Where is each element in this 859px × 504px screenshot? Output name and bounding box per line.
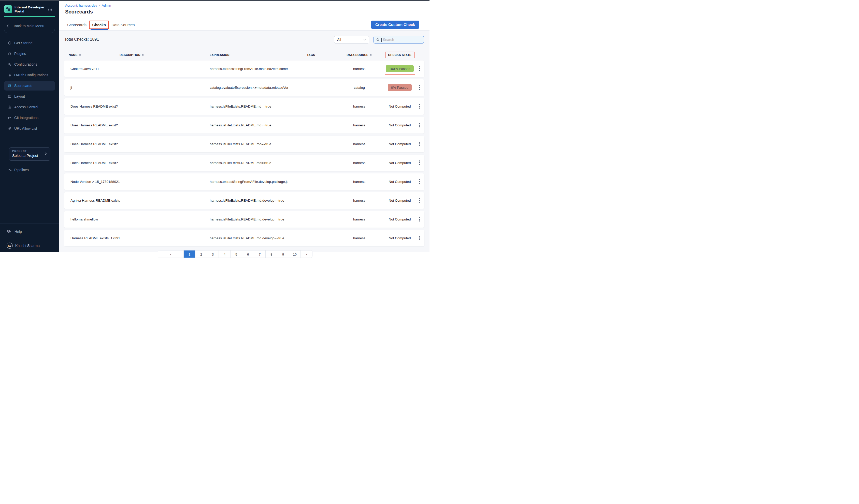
stats-badge: 0% Passed	[388, 84, 412, 91]
app-grid-icon[interactable]	[48, 7, 52, 12]
tab-scorecards[interactable]: Scorecards	[67, 21, 87, 29]
user-menu[interactable]: KS Khushi Sharma	[6, 243, 40, 249]
text-cursor	[381, 37, 382, 42]
pagination-page-4[interactable]: 4	[218, 250, 230, 252]
user-name: Khushi Sharma	[15, 244, 40, 248]
pagination: ‹12345678910›	[158, 250, 313, 252]
table-row[interactable]: Does Harness README exist? harness.isFil…	[64, 155, 424, 171]
table-row[interactable]: hellomarshmellow harness.isFileExists.RE…	[64, 211, 424, 228]
check-expression: catalog.evaluateExpression.<+metadata.re…	[206, 86, 288, 90]
check-expression: harness.isFileExists.README.md.develop==…	[206, 199, 288, 202]
sort-icon[interactable]	[370, 54, 372, 57]
table-row[interactable]: Harness README exists_173917... harness.…	[64, 230, 424, 246]
check-name: Does Harness README exist?	[64, 161, 120, 165]
pagination-page-6[interactable]: 6	[242, 250, 254, 252]
check-name: Does Harness README exist?	[64, 105, 120, 108]
pagination-next[interactable]: ›	[301, 250, 312, 252]
sidebar-item-access-control[interactable]: Access Control	[4, 102, 55, 112]
idp-logo-icon	[4, 5, 12, 13]
table-row[interactable]: Does Harness README exist? harness.isFil…	[64, 98, 424, 115]
sort-icon[interactable]	[142, 54, 144, 57]
search-input[interactable]	[383, 37, 419, 42]
url-icon	[7, 126, 12, 131]
check-expression: harness.extractStringFromAFile.develop.p…	[206, 180, 288, 184]
row-menu-button[interactable]	[418, 234, 422, 242]
check-data-source: harness	[334, 142, 385, 146]
filter-dropdown[interactable]: All	[334, 36, 369, 44]
check-name: Does Harness README exist?	[64, 123, 120, 127]
checks-table-body: Confirm Java v21+ harness.extractStringF…	[64, 61, 424, 249]
row-menu-button[interactable]	[418, 178, 422, 185]
project-label: PROJECT	[12, 150, 47, 153]
sidebar-item-git-integrations[interactable]: Git Integrations	[4, 112, 55, 123]
check-name: ji	[64, 86, 120, 90]
column-header-description[interactable]: DESCRIPTION	[120, 54, 206, 57]
sidebar-pipelines-section: Pipelines	[4, 165, 55, 175]
pagination-prev[interactable]: ‹	[158, 250, 183, 252]
pagination-page-5[interactable]: 5	[230, 250, 242, 252]
pagination-page-3[interactable]: 3	[207, 250, 218, 252]
pagination-page-2[interactable]: 2	[195, 250, 207, 252]
pipelines-icon	[7, 168, 12, 172]
row-menu-button[interactable]	[418, 103, 422, 110]
row-menu-button[interactable]	[418, 159, 422, 167]
check-expression: harness.isFileExists.README.md.develop==…	[206, 236, 288, 240]
row-menu-button[interactable]	[418, 65, 422, 73]
sidebar-item-configurations[interactable]: Configurations	[4, 59, 55, 70]
column-header-tags: TAGS	[288, 54, 334, 57]
row-menu-button[interactable]	[418, 197, 422, 204]
table-row[interactable]: Node Version > 15_1739188021... harness.…	[64, 173, 424, 190]
pagination-page-8[interactable]: 8	[266, 250, 277, 252]
check-expression: harness.extractStringFromAFile.main.baze…	[206, 67, 288, 71]
check-data-source: harness	[334, 236, 385, 240]
sidebar-item-get-started[interactable]: Get Started	[4, 37, 55, 48]
project-selector[interactable]: PROJECT Select a Project	[9, 148, 50, 161]
column-header-name[interactable]: NAME	[64, 54, 120, 57]
annotation-box-stats-badge: 100% Passed	[385, 63, 415, 75]
pagination-page-9[interactable]: 9	[277, 250, 289, 252]
sidebar-item-scorecards[interactable]: Scorecards	[4, 81, 55, 91]
check-stats: Not Computed	[385, 161, 415, 165]
pagination-page-7[interactable]: 7	[254, 250, 266, 252]
menu-group-border	[4, 30, 55, 33]
pagination-page-1[interactable]: 1	[183, 250, 195, 252]
tab-checks[interactable]: Checks	[92, 22, 106, 27]
back-to-main-menu[interactable]: Back to Main Menu	[6, 24, 44, 28]
table-row[interactable]: Agniva Harness README exists... harness.…	[64, 192, 424, 209]
project-value: Select a Project	[12, 154, 47, 158]
oauth-icon	[7, 73, 12, 77]
check-stats: Not Computed	[385, 199, 415, 202]
row-menu-button[interactable]	[418, 215, 422, 223]
filter-dropdown-value: All	[337, 37, 363, 42]
sidebar-item-pipelines[interactable]: Pipelines	[4, 165, 55, 175]
annotation-box-checks-stats-header: CHECKS STATS	[385, 51, 414, 58]
column-header-data-source[interactable]: DATA SOURCE	[334, 54, 385, 57]
breadcrumb-account-link[interactable]: Account: harness-dev	[65, 3, 97, 7]
brand-title: Internal Developer Portal	[15, 5, 46, 14]
sidebar-item-url-allow-list[interactable]: URL Allow List	[4, 123, 55, 134]
row-menu-button[interactable]	[418, 84, 422, 91]
tab-data-sources[interactable]: Data Sources	[111, 21, 135, 29]
pagination-page-10[interactable]: 10	[289, 250, 301, 252]
stats-text: Not Computed	[389, 199, 411, 202]
stats-text: Not Computed	[389, 142, 411, 146]
layout-icon	[7, 94, 12, 98]
scorecards-icon	[7, 84, 12, 88]
row-menu-button[interactable]	[418, 121, 422, 129]
sort-icon[interactable]	[79, 54, 81, 57]
sidebar-item-layout[interactable]: Layout	[4, 91, 55, 102]
column-header-expression: EXPRESSION	[206, 54, 288, 57]
row-menu-button[interactable]	[418, 140, 422, 148]
sidebar-item-label: Pipelines	[14, 168, 29, 172]
check-stats: Not Computed	[385, 180, 415, 184]
check-expression: harness.isFileExists.README.md.develop==…	[206, 217, 288, 221]
table-row[interactable]: Does Harness README exist? harness.isFil…	[64, 117, 424, 134]
create-custom-check-button[interactable]: Create Custom Check	[371, 20, 419, 29]
table-row[interactable]: Confirm Java v21+ harness.extractStringF…	[64, 61, 424, 77]
breadcrumb-admin-link[interactable]: Admin	[102, 3, 111, 7]
sidebar-item-plugins[interactable]: Plugins	[4, 48, 55, 59]
table-row[interactable]: Does Harness README exist? harness.isFil…	[64, 136, 424, 152]
help-button[interactable]: ? Help	[6, 229, 22, 234]
table-row[interactable]: ji catalog.evaluateExpression.<+metadata…	[64, 79, 424, 96]
sidebar-item-oauth-configurations[interactable]: OAuth Configurations	[4, 70, 55, 80]
